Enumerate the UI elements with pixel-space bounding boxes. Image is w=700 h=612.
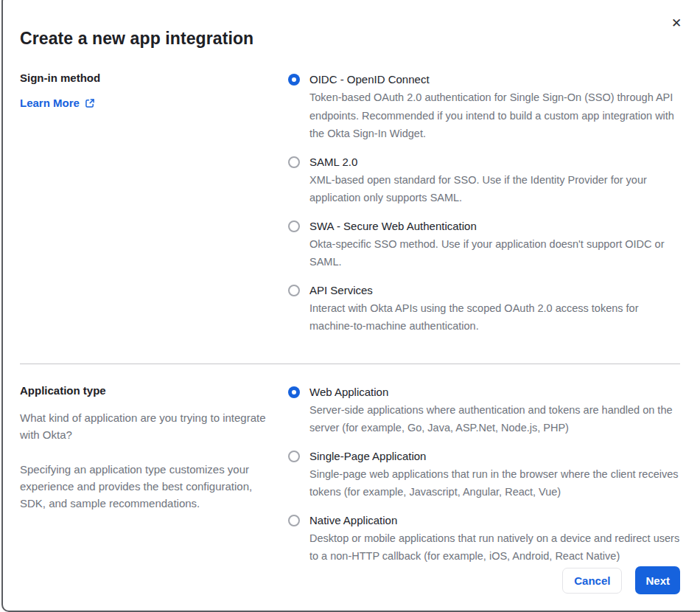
application-type-label: Application type [20,383,268,398]
application-type-helper-1: What kind of application are you trying … [20,409,268,443]
option-label-native-application[interactable]: Native Application [309,512,680,529]
application-type-helper-2: Specifying an application type customize… [20,461,268,512]
option-swa: SWA - Secure Web Authentication Okta-spe… [288,218,680,271]
option-desc-web-application: Server-side applications where authentic… [309,401,680,437]
option-saml: SAML 2.0 XML-based open standard for SSO… [288,153,680,207]
option-desc-single-page-application: Single-page web applications that run in… [309,465,680,501]
option-oidc: OIDC - OpenID Connect Token-based OAuth … [288,71,680,143]
learn-more-label: Learn More [20,97,80,109]
radio-swa[interactable] [288,220,300,232]
option-desc-api-services: Interact with Okta APIs using the scoped… [309,299,680,335]
option-native-application: Native Application Desktop or mobile app… [288,512,680,566]
next-button[interactable]: Next [635,566,680,594]
dialog-footer: Cancel Next [562,566,680,594]
option-label-swa[interactable]: SWA - Secure Web Authentication [309,218,680,235]
page-title: Create a new app integration [20,28,680,49]
radio-saml[interactable] [288,156,300,168]
option-label-web-application[interactable]: Web Application [309,383,680,401]
signin-method-label: Sign-in method [20,71,268,86]
option-desc-oidc: Token-based OAuth 2.0 authentication for… [309,88,680,143]
cancel-button[interactable]: Cancel [562,568,622,594]
signin-method-section: Sign-in method Learn More OIDC - OpenID … [20,71,680,335]
radio-web-application[interactable] [288,386,300,398]
option-label-saml[interactable]: SAML 2.0 [309,153,680,171]
option-label-api-services[interactable]: API Services [309,282,680,299]
radio-single-page-application[interactable] [288,451,300,462]
learn-more-link[interactable]: Learn More [20,97,95,109]
option-api-services: API Services Interact with Okta APIs usi… [288,282,680,335]
close-icon[interactable]: ✕ [668,15,685,32]
option-label-oidc[interactable]: OIDC - OpenID Connect [309,71,680,88]
section-divider [20,364,680,364]
radio-api-services[interactable] [288,285,300,296]
option-label-single-page-application[interactable]: Single-Page Application [309,448,680,465]
radio-oidc[interactable] [288,74,300,86]
create-app-integration-dialog: Create a new app integration Sign-in met… [0,0,700,612]
external-link-icon [85,98,95,108]
application-type-section: Application type What kind of applicatio… [20,383,680,566]
option-desc-swa: Okta-specific SSO method. Use if your ap… [309,235,680,271]
option-web-application: Web Application Server-side applications… [288,383,680,437]
option-desc-native-application: Desktop or mobile applications that run … [309,529,680,566]
option-desc-saml: XML-based open standard for SSO. Use if … [309,171,680,207]
option-single-page-application: Single-Page Application Single-page web … [288,448,680,501]
radio-native-application[interactable] [288,515,300,526]
